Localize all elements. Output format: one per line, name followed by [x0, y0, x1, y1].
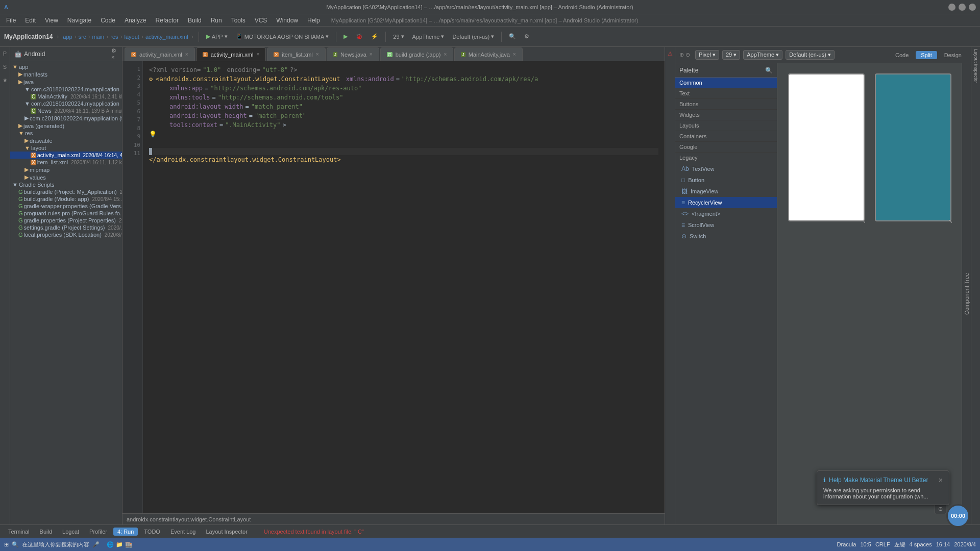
tree-item-settings-gradle[interactable]: G settings.gradle (Project Settings) 202…: [10, 224, 122, 231]
palette-search-icon[interactable]: 🔍: [765, 67, 773, 74]
sdk-design-dropdown[interactable]: 29 ▾: [722, 50, 740, 60]
palette-category-buttons[interactable]: Buttons: [675, 99, 777, 110]
resize-handle-icon2[interactable]: ⤡: [948, 218, 954, 224]
tree-item-gradle-scripts[interactable]: ▼ Gradle Scripts: [10, 181, 122, 188]
code-mode-button[interactable]: Code: [890, 51, 914, 59]
palette-category-layouts[interactable]: Layouts: [675, 120, 777, 131]
toolbar-device-dropdown[interactable]: 📱 MOTOROLA AOSP ON SHAMA ▾: [233, 32, 332, 41]
folder-icon[interactable]: 📁: [116, 541, 123, 548]
menu-build[interactable]: Build: [184, 16, 206, 25]
palette-category-legacy[interactable]: Legacy: [675, 153, 777, 163]
sdk-dropdown[interactable]: 29▾: [390, 32, 407, 41]
tree-item-item-list-xml[interactable]: X item_list.xml 2020/8/4 16:11, 1.12 kB: [10, 159, 122, 166]
tree-item-news[interactable]: C News 2020/8/4 16:11, 139 B A minut...: [10, 107, 122, 114]
project-settings-button[interactable]: ⚙: [110, 47, 118, 54]
menu-view[interactable]: View: [41, 16, 62, 25]
error-icon[interactable]: ⚠: [666, 49, 675, 58]
menu-file[interactable]: File: [2, 16, 20, 25]
resize-handle-icon[interactable]: ⤡: [862, 218, 868, 224]
debug-button[interactable]: 🐞: [353, 32, 366, 41]
store-icon[interactable]: 🏬: [125, 541, 132, 548]
run-button[interactable]: ▶: [340, 32, 351, 41]
tab-todo[interactable]: TODO: [140, 528, 164, 536]
palette-item-textview[interactable]: Ab TextView: [675, 163, 777, 174]
palette-item-imageview[interactable]: 🖼 ImageView: [675, 186, 777, 197]
minimize-button[interactable]: [948, 4, 955, 11]
tab-activity-main-xml-active[interactable]: X activity_main.xml ×: [196, 47, 266, 61]
menu-refactor[interactable]: Refactor: [152, 16, 183, 25]
project-tool-button[interactable]: P: [1, 49, 10, 58]
tab-logcat[interactable]: Logcat: [58, 528, 83, 536]
locale-design-dropdown[interactable]: Default (en-us) ▾: [786, 50, 835, 60]
settings-button[interactable]: ⚙: [521, 32, 532, 41]
tree-item-drawable[interactable]: ▶ drawable: [10, 137, 122, 144]
palette-category-text[interactable]: Text: [675, 88, 777, 99]
palette-category-containers[interactable]: Containers: [675, 131, 777, 142]
tab-build[interactable]: Build: [36, 528, 56, 536]
zoom-fit-button[interactable]: ⊙: [935, 504, 946, 514]
tree-item-activity-main-xml[interactable]: X activity_main.xml 2020/8/4 16:14, 44..…: [10, 152, 122, 159]
palette-item-scrollview[interactable]: ≡ ScrollView: [675, 219, 777, 231]
palette-category-widgets[interactable]: Widgets: [675, 110, 777, 120]
tab-event-log[interactable]: Event Log: [166, 528, 200, 536]
menu-navigate[interactable]: Navigate: [63, 16, 95, 25]
palette-category-google[interactable]: Google: [675, 142, 777, 153]
menu-code[interactable]: Code: [96, 16, 119, 25]
palette-item-fragment[interactable]: <> <fragment>: [675, 208, 777, 219]
tab-item-list-xml[interactable]: X item_list.xml ×: [267, 47, 325, 61]
tab-profiler[interactable]: Profiler: [85, 528, 111, 536]
structure-tool-button[interactable]: S: [1, 62, 10, 71]
theme-dropdown[interactable]: AppTheme▾: [409, 32, 448, 41]
tab-layout-inspector[interactable]: Layout Inspector: [202, 528, 251, 536]
tree-item-mainactivity[interactable]: C MainActivity 2020/8/4 16:14, 2.41 kB: [10, 93, 122, 100]
favorites-tool-button[interactable]: ★: [1, 76, 10, 85]
tab-close-icon[interactable]: ×: [185, 52, 188, 57]
tree-item-proguard[interactable]: G proguard-rules.pro (ProGuard Rules fo.…: [10, 210, 122, 217]
tree-item-package2[interactable]: ▼ com.c201801020224.myapplication: [10, 100, 122, 107]
theme-design-dropdown[interactable]: AppTheme ▾: [743, 50, 782, 60]
tree-item-layout[interactable]: ▼ layout: [10, 144, 122, 152]
tree-item-java[interactable]: ▶ java: [10, 78, 122, 86]
menu-help[interactable]: Help: [303, 16, 324, 25]
palette-item-recyclerview[interactable]: ≡ RecyclerView: [675, 197, 777, 208]
tab-close-icon[interactable]: ×: [444, 52, 447, 57]
tab-mainactivity-java[interactable]: J MainActivity.java ×: [454, 47, 522, 61]
menu-run[interactable]: Run: [207, 16, 226, 25]
maximize-button[interactable]: [959, 4, 966, 11]
locale-dropdown[interactable]: Default (en-us)▾: [449, 32, 497, 41]
profile-button[interactable]: ⚡: [368, 32, 381, 41]
tree-item-package3[interactable]: ▶ com.c201801020224.myapplication (t...: [10, 114, 122, 122]
tab-close-icon[interactable]: ×: [513, 52, 516, 57]
tab-close-icon[interactable]: ×: [370, 52, 373, 57]
tree-item-res[interactable]: ▼ res: [10, 130, 122, 137]
tab-news-java[interactable]: J News.java ×: [327, 47, 379, 61]
tree-item-package1[interactable]: ▼ com.c201801020224.myapplication: [10, 86, 122, 93]
tree-item-build-gradle-project[interactable]: G build.gradle (Project: My_Application)…: [10, 188, 122, 195]
tree-item-app[interactable]: ▼ app: [10, 63, 122, 70]
design-mode-button[interactable]: Design: [939, 51, 967, 59]
menu-edit[interactable]: Edit: [21, 16, 40, 25]
tree-item-manifests[interactable]: ▶ manifests: [10, 70, 122, 78]
tree-item-mipmap[interactable]: ▶ mipmap: [10, 166, 122, 173]
split-mode-button[interactable]: Split: [916, 51, 937, 59]
tab-build-gradle[interactable]: G build.gradle (:app) ×: [380, 47, 454, 61]
close-button[interactable]: [969, 4, 976, 11]
notification-close-button[interactable]: ×: [939, 476, 943, 484]
project-close-button[interactable]: ×: [110, 54, 116, 60]
menu-analyze[interactable]: Analyze: [120, 16, 151, 25]
menu-window[interactable]: Window: [272, 16, 302, 25]
tab-terminal[interactable]: Terminal: [4, 528, 34, 536]
tab-close-icon[interactable]: ×: [316, 52, 319, 57]
layout-inspector-button[interactable]: Layout Inspector: [971, 49, 981, 83]
code-editor[interactable]: <?xml version="1.0" encoding="utf-8"?> ⚙…: [143, 61, 665, 513]
menu-vcs[interactable]: VCS: [251, 16, 272, 25]
tree-item-gradle-properties[interactable]: G gradle.properties (Project Properties)…: [10, 217, 122, 224]
chrome-icon[interactable]: 🌐: [107, 541, 114, 548]
tree-item-local-properties[interactable]: G local.properties (SDK Location) 2020/8…: [10, 231, 122, 238]
tree-item-build-gradle-app[interactable]: G build.gradle (Module: app) 2020/8/4 15…: [10, 195, 122, 203]
tab-close-icon[interactable]: ×: [256, 52, 259, 57]
palette-category-common[interactable]: Common: [675, 78, 777, 88]
tab-run[interactable]: 4: Run: [113, 528, 138, 536]
palette-item-switch[interactable]: ⊙ Switch: [675, 231, 777, 242]
palette-item-button[interactable]: □ Button: [675, 174, 777, 186]
